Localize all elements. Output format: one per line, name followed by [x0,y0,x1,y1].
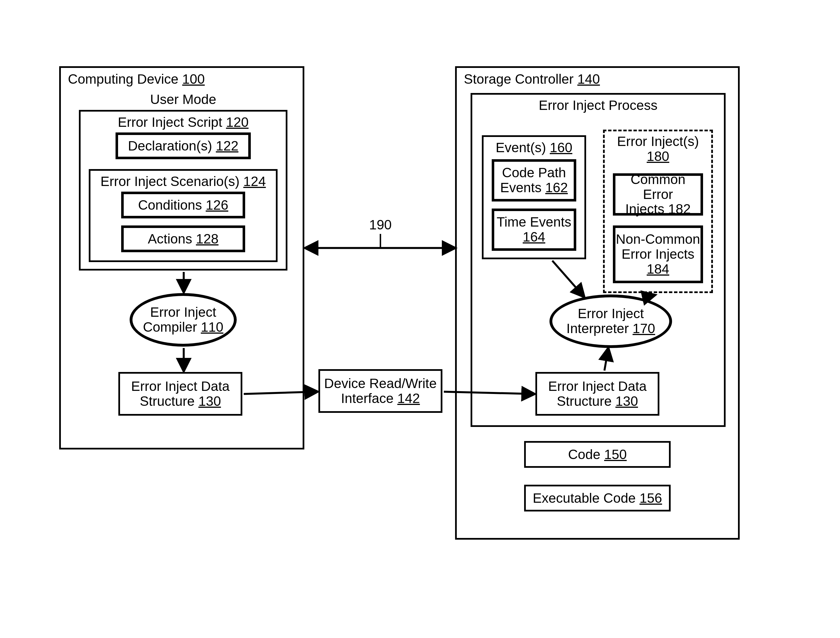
error-injects-num-line: 180 [605,149,711,164]
ci-label2: Injects [625,202,665,216]
interpreter-num: 170 [633,321,655,336]
nci-num: 184 [647,262,669,276]
cpe-label2: Events [500,180,542,195]
device-rw-label2: Interface [341,391,394,406]
executable-code-box: Executable Code 156 [524,485,671,512]
device-rw-label1: Device Read/Write [320,376,441,391]
actions-title: Actions 128 [148,231,219,246]
ci-label2-line: Injects 182 [625,202,691,217]
exec-code-title: Executable Code 156 [526,490,669,506]
device-rw-box: Device Read/Write Interface 142 [318,369,442,413]
process-title: Error Inject Process [472,98,724,113]
code-title: Code 150 [526,447,669,462]
code-label: Code [568,447,600,462]
conditions-title: Conditions 126 [138,197,228,213]
ci-label1: Common Error [616,172,701,202]
events-title: Event(s) 160 [483,140,584,155]
storage-controller-title: Storage Controller 140 [464,71,600,87]
declarations-box: Declaration(s) 122 [115,133,251,159]
events-label: Event(s) [496,140,546,155]
process-label: Error Inject Process [539,98,657,113]
nci-label2: Error Injects [622,247,695,262]
declarations-num: 122 [216,138,238,153]
user-mode-title: User Mode [147,92,220,107]
interpreter-label2-line: Interpreter 170 [566,321,655,336]
conditions-num: 126 [206,197,228,213]
exec-code-label: Executable Code [532,491,636,505]
storage-controller-num: 140 [577,71,600,87]
data-structure-right-box: Error Inject Data Structure 130 [535,372,659,416]
ds-right-label1: Error Inject Data [537,379,658,394]
computing-device-title: Computing Device 100 [68,71,205,87]
compiler-label1: Error Inject [150,305,216,320]
cpe-num: 162 [545,180,568,195]
data-structure-left-box: Error Inject Data Structure 130 [118,372,242,416]
storage-controller-label: Storage Controller [464,71,574,87]
nci-label1: Non-Common [616,232,700,247]
ds-right-label2-line: Structure 130 [537,394,658,409]
te-label1: Time Events [497,215,572,230]
events-num: 160 [550,140,572,155]
compiler-ellipse: Error Inject Compiler 110 [129,293,237,347]
actions-num: 128 [196,231,218,246]
error-injects-label: Error Inject(s) [617,134,699,149]
interpreter-label1: Error Inject [578,306,644,321]
interpreter-ellipse: Error Inject Interpreter 170 [549,294,672,348]
code-num: 150 [604,447,627,462]
nci-num-line: 184 [647,262,669,277]
ds-left-label2: Structure [140,394,195,409]
ci-num: 182 [668,202,691,216]
cpe-label2-line: Events 162 [500,180,568,195]
ds-left-num: 130 [198,394,221,409]
user-mode-label: User Mode [150,92,216,107]
error-injects-title: Error Inject(s) [605,134,711,149]
device-rw-num: 142 [397,391,420,406]
code-path-events-box: Code Path Events 162 [492,159,576,202]
compiler-label2-line: Compiler 110 [143,320,223,335]
scenarios-label: Error Inject Scenario(s) [101,174,240,189]
ds-right-label2: Structure [557,394,612,409]
computing-device-num: 100 [182,71,205,87]
compiler-label2: Compiler [143,319,197,335]
ds-left-label1: Error Inject Data [120,379,241,394]
scenarios-num: 124 [243,174,266,189]
conditions-box: Conditions 126 [121,192,245,218]
scenarios-title: Error Inject Scenario(s) 124 [90,174,276,189]
exec-code-num: 156 [639,491,662,505]
connection-190-label: 190 [368,217,393,232]
ds-left-label2-line: Structure 130 [120,394,241,409]
te-num: 164 [523,229,545,244]
error-injects-num: 180 [647,149,669,164]
connection-190-num: 190 [369,217,392,232]
declarations-title: Declaration(s) 122 [128,138,238,153]
script-num: 120 [226,115,248,129]
interpreter-label2: Interpreter [566,321,628,336]
common-injects-box: Common Error Injects 182 [613,173,703,216]
time-events-box: Time Events 164 [492,208,576,251]
computing-device-label: Computing Device [68,71,178,87]
compiler-num: 110 [201,319,223,335]
te-num-line: 164 [523,230,545,245]
conditions-label: Conditions [138,197,202,213]
actions-box: Actions 128 [121,226,245,252]
device-rw-label2-line: Interface 142 [320,391,441,406]
noncommon-injects-box: Non-Common Error Injects 184 [613,226,703,283]
code-box: Code 150 [524,441,671,468]
ds-right-num: 130 [616,394,638,409]
script-label: Error Inject Script [118,115,222,129]
declarations-label: Declaration(s) [128,138,212,153]
script-title: Error Inject Script 120 [81,114,286,130]
actions-label: Actions [148,231,192,246]
cpe-label1: Code Path [502,166,566,180]
